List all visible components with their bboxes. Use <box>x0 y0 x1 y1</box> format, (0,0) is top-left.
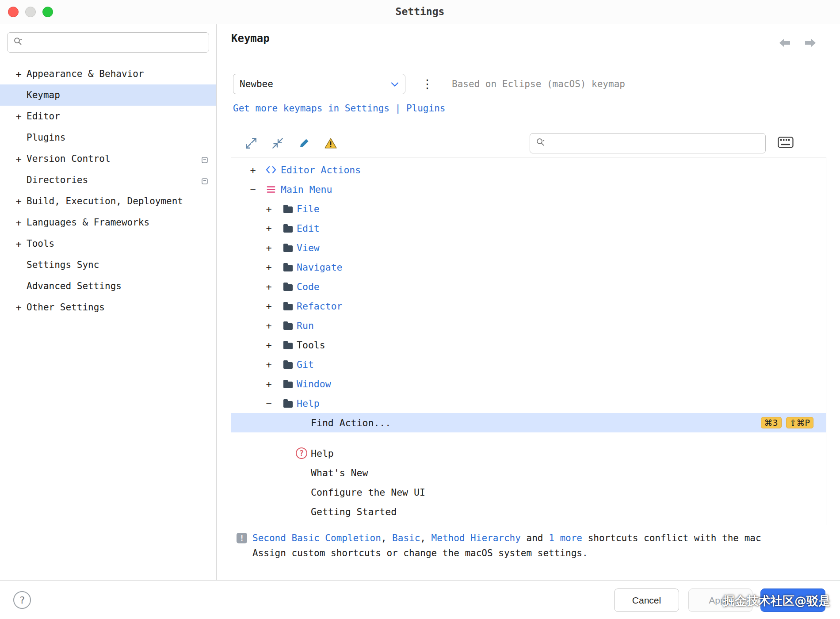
collapse-toggle[interactable]: − <box>264 398 274 409</box>
tree-item-label: View <box>297 242 320 253</box>
folder-icon <box>283 398 293 408</box>
tree-item-navigate[interactable]: + Navigate <box>231 257 826 277</box>
expand-toggle[interactable]: + <box>264 262 274 273</box>
keymap-scheme-select[interactable]: Newbee <box>233 74 405 94</box>
tree-item-file[interactable]: + File <box>231 199 826 218</box>
sidebar-item-editor[interactable]: + Editor <box>0 106 216 127</box>
sidebar-search-box[interactable] <box>7 32 209 53</box>
sidebar-item-languages-frameworks[interactable]: + Languages & Frameworks <box>0 212 216 233</box>
conflicts-warning-icon[interactable] <box>324 137 337 150</box>
expand-marker[interactable]: + <box>13 153 24 164</box>
expand-toggle[interactable]: + <box>248 164 258 176</box>
edit-shortcut-icon[interactable] <box>298 137 311 150</box>
ok-button[interactable] <box>760 588 825 612</box>
more-options-button[interactable]: ⋮ <box>421 74 433 94</box>
modified-indicator-icon <box>201 155 208 166</box>
expand-marker[interactable]: + <box>13 69 24 80</box>
tree-item-label: Find Action... <box>311 417 391 428</box>
expand-toggle[interactable]: + <box>264 320 274 331</box>
tree-item-label: Run <box>297 320 314 331</box>
back-arrow-icon[interactable] <box>778 38 791 50</box>
tree-item-editor-actions[interactable]: + Editor Actions <box>231 160 826 180</box>
folder-icon <box>283 262 293 272</box>
sidebar-item-plugins[interactable]: Plugins <box>0 127 216 148</box>
sidebar-item-label: Languages & Frameworks <box>27 217 149 228</box>
sidebar-item-directories[interactable]: Directories <box>0 169 216 191</box>
help-circle-icon[interactable]: ? <box>13 591 31 609</box>
expand-marker[interactable]: + <box>13 238 24 249</box>
sidebar-search-input[interactable] <box>27 34 209 51</box>
page-title: Keymap <box>231 32 270 45</box>
expand-marker[interactable]: + <box>13 217 24 228</box>
sidebar-item-version-control[interactable]: + Version Control <box>0 148 216 169</box>
find-by-shortcut-keyboard-icon[interactable] <box>778 137 794 150</box>
tree-item-main-menu[interactable]: − Main Menu <box>231 180 826 199</box>
help-item-configure-new-ui[interactable]: Configure the New UI <box>231 482 826 502</box>
expand-all-icon[interactable] <box>244 137 258 150</box>
expand-toggle[interactable]: + <box>264 340 274 351</box>
tree-item-window[interactable]: + Window <box>231 374 826 394</box>
expand-toggle[interactable]: + <box>264 281 274 292</box>
tree-item-run[interactable]: + Run <box>231 316 826 335</box>
settings-nav-list: + Appearance & Behavior Keymap + Editor … <box>0 63 216 318</box>
expand-marker[interactable]: + <box>13 302 24 313</box>
help-section-header[interactable]: ? Help <box>231 443 826 463</box>
folder-icon <box>283 282 293 291</box>
collapse-toggle[interactable]: − <box>248 184 258 195</box>
forward-arrow-icon[interactable] <box>804 38 817 50</box>
sidebar-item-settings-sync[interactable]: Settings Sync <box>0 254 216 275</box>
cancel-button[interactable]: Cancel <box>614 588 679 612</box>
conflict-link[interactable]: 1 more <box>549 533 582 543</box>
help-item-label: Getting Started <box>311 506 397 517</box>
shortcut-filter-box[interactable] <box>530 133 766 153</box>
folder-icon <box>283 379 293 389</box>
tree-item-refactor[interactable]: + Refactor <box>231 296 826 316</box>
conflict-line-1: Second Basic Completion, Basic, Method H… <box>252 531 840 546</box>
expand-toggle[interactable]: + <box>264 301 274 312</box>
tree-item-code[interactable]: + Code <box>231 277 826 296</box>
tree-item-tools[interactable]: + Tools <box>231 335 826 355</box>
expand-toggle[interactable]: + <box>264 378 274 390</box>
expand-toggle[interactable]: + <box>264 242 274 253</box>
get-more-keymaps-link[interactable]: Get more keymaps in Settings | Plugins <box>233 103 445 114</box>
apply-button[interactable]: Apply <box>688 588 752 612</box>
help-item-whats-new[interactable]: What's New <box>231 463 826 482</box>
sidebar-item-other-settings[interactable]: + Other Settings <box>0 297 216 318</box>
tree-item-label: Editor Actions <box>281 164 361 176</box>
sidebar-item-keymap[interactable]: Keymap <box>0 84 216 106</box>
help-section-title: Help <box>311 448 334 459</box>
shortcut-filter-input[interactable] <box>550 134 765 152</box>
collapse-all-icon[interactable] <box>271 137 284 150</box>
expand-toggle[interactable]: + <box>264 203 274 214</box>
expand-toggle[interactable]: + <box>264 223 274 234</box>
tree-item-help[interactable]: − Help <box>231 394 826 413</box>
sidebar-item-appearance-behavior[interactable]: + Appearance & Behavior <box>0 63 216 84</box>
folder-icon <box>283 223 293 233</box>
sidebar-item-tools[interactable]: + Tools <box>0 233 216 254</box>
conflict-link[interactable]: Method Hierarchy <box>431 533 521 543</box>
sidebar-item-advanced-settings[interactable]: Advanced Settings <box>0 275 216 297</box>
expand-toggle[interactable]: + <box>264 359 274 370</box>
shortcut-badge: ⇧⌘P <box>786 417 813 428</box>
tree-item-label: Tools <box>297 340 325 351</box>
expand-marker[interactable]: + <box>13 196 24 207</box>
tree-item-label: Code <box>297 281 320 292</box>
expand-marker[interactable]: + <box>13 111 24 122</box>
tree-item-view[interactable]: + View <box>231 238 826 257</box>
help-item-getting-started[interactable]: Getting Started <box>231 502 826 521</box>
conflict-link[interactable]: Second Basic Completion <box>252 533 381 543</box>
tree-item-find-action[interactable]: Find Action... ⌘3 ⇧⌘P <box>231 413 826 432</box>
tree-item-git[interactable]: + Git <box>231 355 826 374</box>
tree-item-label: Help <box>297 398 320 409</box>
window-titlebar: Settings <box>0 0 840 24</box>
conflict-link[interactable]: Basic <box>392 533 420 543</box>
folder-icon <box>283 301 293 311</box>
tree-item-edit[interactable]: + Edit <box>231 218 826 238</box>
dialog-footer: ? Cancel Apply 掘金技术社区@驳是 <box>0 580 840 619</box>
tree-item-label: Git <box>297 359 314 370</box>
tree-item-label: Navigate <box>297 262 343 273</box>
folder-icon <box>283 243 293 252</box>
keymap-scheme-row: Newbee ⋮ Based on Eclipse (macOS) keymap <box>233 74 625 94</box>
tree-item-label: File <box>297 203 320 214</box>
sidebar-item-build-execution-deployment[interactable]: + Build, Execution, Deployment <box>0 191 216 212</box>
